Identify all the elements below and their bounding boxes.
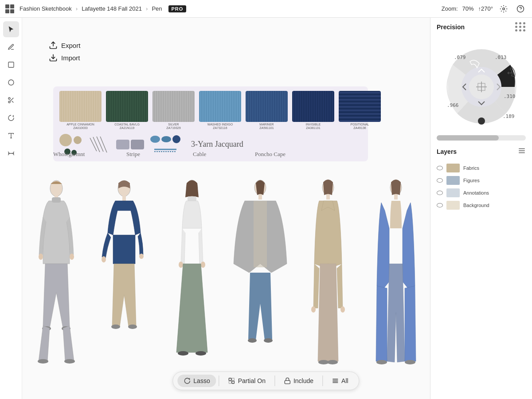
import-button[interactable]: Import: [49, 52, 80, 63]
layer-visibility-4[interactable]: [437, 203, 443, 207]
export-button[interactable]: Export: [49, 40, 80, 51]
export-import-area: Export Import: [49, 40, 80, 63]
layer-item-1[interactable]: Fabrics: [437, 162, 526, 174]
figure-2: [90, 175, 158, 379]
breadcrumb-1[interactable]: Lafayette 148 Fall 2021: [82, 5, 142, 12]
svg-point-48: [340, 306, 345, 313]
swatches-row: APPLE CINNAMONZA010033 COASTAL BAVLGZA21…: [59, 91, 362, 130]
swatch-navy-dark[interactable]: INVISIBLEZA381131: [292, 91, 334, 130]
tool-circle[interactable]: [3, 74, 19, 90]
swatch-blue[interactable]: WASHED INDIGOZA732116: [199, 91, 241, 130]
swatch-navy-mid[interactable]: MARINERZA581101: [246, 91, 288, 130]
svg-rect-76: [285, 380, 290, 383]
pro-badge: PRO: [168, 5, 187, 12]
tool-scissors[interactable]: [3, 92, 19, 108]
swatch-navy-stripe[interactable]: POSITIONALZA49136: [339, 91, 381, 130]
layer-item-2[interactable]: Figures: [437, 174, 526, 187]
layers-menu-icon[interactable]: [518, 147, 526, 156]
svg-point-44: [264, 338, 273, 343]
svg-line-13: [93, 137, 100, 152]
tex-gray: [116, 140, 144, 149]
partial-on-button[interactable]: Partial On: [222, 375, 272, 387]
zoom-value[interactable]: 70%: [462, 5, 474, 12]
svg-point-53: [376, 360, 387, 364]
svg-point-0: [503, 8, 505, 10]
layer-thumb-2: [446, 176, 460, 185]
topbar: Fashion Sketchbook › Lafayette 148 Fall …: [0, 0, 532, 18]
breadcrumb-2[interactable]: Pen: [152, 5, 162, 12]
layer-thumb-4: [446, 201, 460, 210]
sep-3: [322, 376, 323, 386]
svg-point-21: [39, 254, 43, 260]
app-title: Fashion Sketchbook: [20, 5, 72, 12]
svg-point-43: [248, 338, 257, 343]
app-grid-icon[interactable]: [5, 4, 14, 13]
layer-visibility-1[interactable]: [437, 166, 443, 170]
help-icon[interactable]: [514, 3, 527, 15]
layer-item-3[interactable]: Annotations: [437, 187, 526, 199]
svg-point-50: [327, 360, 338, 364]
tool-lasso[interactable]: [3, 110, 19, 126]
svg-point-68: [478, 117, 485, 125]
precision-grid-icon[interactable]: [515, 22, 526, 31]
include-label: Include: [293, 377, 313, 384]
breadcrumb-sep-2: ›: [146, 5, 148, 12]
layer-visibility-2[interactable]: [437, 178, 443, 183]
tool-text[interactable]: [3, 128, 19, 144]
scroll-track[interactable]: [437, 135, 526, 141]
hw-labels-row: Wholegarmnt Stripe Cable Poncho Cape: [53, 151, 368, 158]
settings-icon[interactable]: [497, 3, 510, 15]
svg-text:.310: .310: [504, 94, 516, 99]
svg-point-54: [405, 360, 415, 364]
layers-title: Layers: [437, 148, 457, 155]
svg-rect-74: [229, 381, 231, 383]
figure-6: [362, 175, 430, 379]
layer-label-1: Fabrics: [463, 165, 479, 171]
figure-5: [294, 175, 362, 379]
all-button[interactable]: All: [325, 375, 355, 387]
precision-dial[interactable]: .013 .079 .966 .189 .310 ↩ ~: [442, 36, 521, 129]
svg-line-14: [97, 137, 103, 152]
sep-1: [219, 376, 219, 386]
svg-point-30: [139, 254, 144, 259]
svg-rect-72: [229, 378, 231, 380]
svg-rect-2: [8, 62, 14, 67]
svg-point-5: [8, 101, 10, 103]
svg-line-15: [100, 137, 107, 153]
topbar-right: Zoom: 70% ↑270°: [442, 3, 527, 15]
right-panel: Precision: [430, 18, 532, 399]
svg-text:.966: .966: [447, 102, 459, 108]
tool-pen[interactable]: [3, 39, 19, 55]
tool-cursor[interactable]: [3, 21, 19, 37]
precision-dial-wrap: .013 .079 .966 .189 .310 ↩ ~: [430, 36, 532, 133]
layer-item-4[interactable]: Background: [437, 199, 526, 211]
tex-jacquard-label: 3-Yarn Jacquard: [191, 140, 243, 149]
layer-thumb-3: [446, 188, 460, 197]
figure-1: [22, 175, 90, 379]
layer-label-4: Background: [463, 203, 489, 208]
swatch-tan[interactable]: APPLE CINNAMONZA010033: [59, 91, 102, 130]
svg-point-39: [196, 351, 206, 356]
svg-text:.189: .189: [503, 113, 515, 119]
canvas[interactable]: Export Import APPLE CINNAMONZA010033 COA…: [22, 18, 430, 399]
tool-rect[interactable]: [3, 57, 19, 73]
partial-on-label: Partial On: [238, 377, 266, 384]
tool-measure[interactable]: [3, 145, 19, 161]
layer-visibility-3[interactable]: [437, 191, 443, 195]
lasso-button[interactable]: Lasso: [177, 375, 216, 387]
svg-point-36: [179, 262, 183, 268]
sep-2: [274, 376, 275, 386]
swatch-green[interactable]: COASTAL BAVLGZA21N119: [106, 91, 148, 130]
svg-point-31: [111, 325, 120, 329]
svg-point-47: [311, 306, 316, 313]
bottom-toolbar: Lasso Partial On Include All: [172, 372, 359, 390]
include-button[interactable]: Include: [278, 375, 320, 387]
lasso-label: Lasso: [193, 377, 210, 384]
figures-area: [22, 175, 430, 379]
scroll-thumb[interactable]: [437, 135, 499, 141]
figure-4: [226, 175, 294, 379]
left-toolbar: [0, 18, 22, 399]
swatch-gray[interactable]: SILVERZA719329: [153, 91, 195, 130]
svg-text:.079: .079: [454, 55, 466, 60]
zoom-angle[interactable]: ↑270°: [478, 5, 493, 12]
